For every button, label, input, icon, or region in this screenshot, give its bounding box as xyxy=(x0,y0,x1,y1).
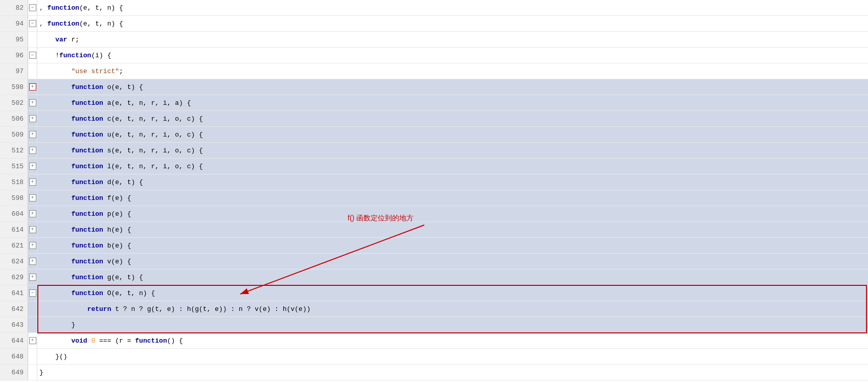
code-content-502: function a(e, t, n, r, i, a) { xyxy=(37,95,868,110)
code-content-643: } xyxy=(37,317,868,332)
code-content-518: function d(e, t) { xyxy=(37,174,868,190)
fold-plus-509[interactable]: + xyxy=(28,127,37,142)
line-number: 649 xyxy=(0,365,28,380)
fold-minus-641[interactable]: − xyxy=(28,285,37,301)
line-number: 644 xyxy=(0,333,28,348)
fold-plus-644[interactable]: + xyxy=(28,333,37,348)
fold-plus-614[interactable]: + xyxy=(28,222,37,237)
fold-plus-515[interactable]: + xyxy=(28,159,37,174)
line-number: 509 xyxy=(0,127,28,142)
code-content-598-f: function f(e) { xyxy=(37,190,868,206)
code-line-624: 624 + function v(e) { xyxy=(0,254,868,269)
fold-plus-518[interactable]: + xyxy=(28,174,37,190)
code-content-614: function h(e) { xyxy=(37,222,868,237)
fold-plus-621[interactable]: + xyxy=(28,238,37,253)
fold-minus-96[interactable]: − xyxy=(28,48,37,63)
fold-none-97 xyxy=(28,63,37,79)
code-line-512: 512 + function s(e, t, n, r, i, o, c) { xyxy=(0,143,868,159)
code-line-644: 644 + void 0 === (r = function() { xyxy=(0,333,868,349)
code-line-502: 502 + function a(e, t, n, r, i, a) { xyxy=(0,95,868,111)
code-editor: 82 − , function(e, t, n) { 94 − , functi… xyxy=(0,0,868,382)
code-line-621: 621 + function b(e) { xyxy=(0,238,868,254)
fold-none-649 xyxy=(28,365,37,380)
fold-plus-512[interactable]: + xyxy=(28,143,37,158)
code-content-624: function v(e) { xyxy=(37,254,868,269)
code-content-515: function l(e, t, n, r, i, o, c) { xyxy=(37,159,868,174)
line-number: 598 xyxy=(0,190,28,206)
code-content-621: function b(e) { xyxy=(37,238,868,253)
line-number: 642 xyxy=(0,301,28,317)
code-line-82: 82 − , function(e, t, n) { xyxy=(0,0,868,16)
line-number: 629 xyxy=(0,269,28,285)
code-line-95: 95 var r; xyxy=(0,32,868,48)
line-number: 97 xyxy=(0,63,28,79)
fold-none-643 xyxy=(28,317,37,332)
code-content-82: , function(e, t, n) { xyxy=(37,0,868,15)
code-line-648: 648 }() xyxy=(0,349,868,365)
code-content-604: function p(e) { xyxy=(37,206,868,221)
annotation-label: f() 函数定位到的地方 xyxy=(348,214,414,223)
fold-minus-94[interactable]: − xyxy=(28,16,37,31)
code-content-598-o: function o(e, t) { xyxy=(37,79,868,95)
code-line-642: 642 return t ? n ? g(t, e) : h(g(t, e)) … xyxy=(0,301,868,317)
code-content-642: return t ? n ? g(t, e) : h(g(t, e)) : n … xyxy=(37,301,868,317)
line-number: 82 xyxy=(0,0,28,15)
code-content-512: function s(e, t, n, r, i, o, c) { xyxy=(37,143,868,158)
line-number: 648 xyxy=(0,349,28,364)
code-line-604: 604 + function p(e) { xyxy=(0,206,868,222)
line-number: 643 xyxy=(0,317,28,332)
line-number: 621 xyxy=(0,238,28,253)
fold-none-95 xyxy=(28,32,37,47)
fold-none-648 xyxy=(28,349,37,364)
code-line-518: 518 + function d(e, t) { xyxy=(0,174,868,190)
code-line-598-o: 598 + function o(e, t) { xyxy=(0,79,868,95)
code-line-629: 629 + function g(e, t) { xyxy=(0,269,868,285)
code-content-96: !function(i) { xyxy=(37,48,868,63)
line-number: 95 xyxy=(0,32,28,47)
line-number: 614 xyxy=(0,222,28,237)
line-number: 624 xyxy=(0,254,28,269)
code-content-644: void 0 === (r = function() { xyxy=(37,333,868,348)
line-number: 506 xyxy=(0,111,28,126)
line-number: 94 xyxy=(0,16,28,31)
fold-plus-506[interactable]: + xyxy=(28,111,37,126)
code-content-649: } xyxy=(37,365,868,380)
fold-plus-red-598[interactable]: + xyxy=(28,79,37,95)
line-number: 641 xyxy=(0,285,28,301)
line-number: 502 xyxy=(0,95,28,110)
code-line-643: 643 } xyxy=(0,317,868,333)
code-line-614: 614 + function h(e) { xyxy=(0,222,868,238)
code-content-641: function O(e, t, n) { xyxy=(37,285,868,301)
code-content-94: , function(e, t, n) { xyxy=(37,16,868,31)
fold-plus-604[interactable]: + xyxy=(28,206,37,221)
code-content-509: function u(e, t, n, r, i, o, c) { xyxy=(37,127,868,142)
line-number: 512 xyxy=(0,143,28,158)
code-content-95: var r; xyxy=(37,32,868,47)
code-line-506: 506 + function c(e, t, n, r, i, o, c) { xyxy=(0,111,868,127)
line-number: 518 xyxy=(0,174,28,190)
fold-none-642 xyxy=(28,301,37,317)
code-content-506: function c(e, t, n, r, i, o, c) { xyxy=(37,111,868,126)
fold-minus-82[interactable]: − xyxy=(28,0,37,15)
line-number: 96 xyxy=(0,48,28,63)
code-line-598-f: 598 + function f(e) { xyxy=(0,190,868,206)
code-line-649: 649 } xyxy=(0,365,868,380)
code-line-509: 509 + function u(e, t, n, r, i, o, c) { xyxy=(0,127,868,143)
fold-plus-598f[interactable]: + xyxy=(28,190,37,206)
fold-plus-624[interactable]: + xyxy=(28,254,37,269)
line-number: 598 xyxy=(0,79,28,95)
code-line-515: 515 + function l(e, t, n, r, i, o, c) { xyxy=(0,159,868,174)
fold-plus-502[interactable]: + xyxy=(28,95,37,110)
code-line-641: 641 − function O(e, t, n) { xyxy=(0,285,868,301)
code-line-96: 96 − !function(i) { xyxy=(0,48,868,63)
code-content-629: function g(e, t) { xyxy=(37,269,868,285)
code-line-97: 97 "use strict"; xyxy=(0,63,868,79)
fold-plus-629[interactable]: + xyxy=(28,269,37,285)
line-number: 515 xyxy=(0,159,28,174)
line-number: 604 xyxy=(0,206,28,221)
code-content-97: "use strict"; xyxy=(37,63,868,79)
code-line-94: 94 − , function(e, t, n) { xyxy=(0,16,868,32)
code-content-648: }() xyxy=(37,349,868,364)
